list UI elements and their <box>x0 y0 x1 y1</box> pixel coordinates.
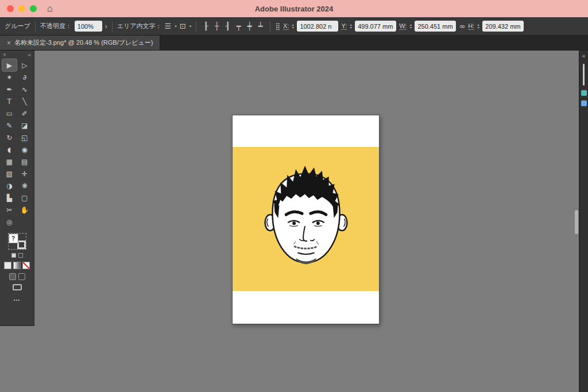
area-type-options-icon[interactable]: ☰ <box>165 22 172 30</box>
color-button[interactable] <box>4 262 11 269</box>
opacity-input[interactable] <box>75 21 102 32</box>
y-input[interactable] <box>355 21 396 32</box>
canvas-area[interactable] <box>34 51 579 392</box>
window-title: Adobe Illustrator 2024 <box>0 5 588 13</box>
align-right-icon[interactable]: ┨ <box>223 22 233 30</box>
gradient-tool[interactable]: ▨ <box>2 168 17 180</box>
chevron-down-icon[interactable]: ▾ <box>175 24 177 29</box>
align-left-icon[interactable]: ┠ <box>201 22 211 30</box>
divider <box>196 21 196 32</box>
fill-stroke-proxy[interactable]: ? <box>9 234 26 249</box>
reference-point-grid-icon[interactable]: ⣿ <box>275 22 280 30</box>
x-label[interactable]: X: <box>283 22 289 30</box>
scale-tool[interactable]: ◱ <box>17 131 32 143</box>
align-icon-group: ┠┼┨┯┿┷ <box>201 22 265 30</box>
curvature-tool[interactable]: ∿ <box>17 83 32 95</box>
more-tools-button[interactable]: … <box>13 294 21 302</box>
shape-builder-tool[interactable]: ◉ <box>17 143 32 156</box>
draw-normal-button[interactable] <box>9 273 16 280</box>
left-pupil <box>292 222 296 225</box>
none-button[interactable] <box>22 262 30 269</box>
divider <box>270 21 270 32</box>
link-dimensions-icon[interactable]: ∞ <box>459 22 465 30</box>
screen-mode-button[interactable] <box>13 284 22 290</box>
y-stepper[interactable]: ▴▾ <box>350 24 351 29</box>
y-label[interactable]: Y: <box>341 22 347 30</box>
column-graph-tool[interactable]: ▙ <box>2 192 17 204</box>
width-tool[interactable]: ◖ <box>2 143 17 156</box>
eraser-tool[interactable]: ◪ <box>17 119 32 131</box>
tab-title: 名称未設定-3.png* @ 20.48 % (RGB/プレビュー) <box>14 38 153 47</box>
default-fill-stroke-icon[interactable] <box>11 253 16 258</box>
zoom-tool[interactable]: ◎ <box>2 216 17 228</box>
drawing-mode-row <box>9 273 25 280</box>
area-type-label: エリア内文字： <box>117 22 162 30</box>
x-stepper[interactable]: ▴▾ <box>292 24 293 29</box>
pen-tool[interactable]: ✒ <box>2 83 17 95</box>
toolbar-close-icon[interactable]: × <box>3 52 6 58</box>
dock-panel-icon-2[interactable] <box>581 100 587 106</box>
blend-tool[interactable]: ◑ <box>2 180 17 192</box>
minimize-window-button[interactable] <box>18 5 25 12</box>
right-pupil <box>316 222 320 225</box>
document-tab[interactable]: × 名称未設定-3.png* @ 20.48 % (RGB/プレビュー) <box>0 36 160 50</box>
fill-swatch[interactable]: ? <box>9 234 18 243</box>
artboard-tool[interactable]: ▢ <box>17 192 32 204</box>
selection-type-label: グループ <box>5 22 30 30</box>
x-input[interactable] <box>297 21 338 32</box>
close-window-button[interactable] <box>7 5 14 12</box>
dock-panel-icon-1[interactable] <box>581 90 587 96</box>
slice-tool[interactable]: ✂ <box>2 204 17 216</box>
lasso-tool[interactable]: ∂ <box>17 71 32 83</box>
toolbar-header: × « <box>0 51 34 59</box>
pencil-tool[interactable]: ✎ <box>2 119 17 131</box>
width-stepper[interactable]: ▴▾ <box>409 24 411 29</box>
toolbar-panel: × « ▶▷✶∂✒∿T╲▭✐✎◪↻◱◖◉▦▤▨✛◑❋▙▢✂✋◎ ? … <box>0 51 34 326</box>
eyedropper-tool[interactable]: ✛ <box>17 168 32 180</box>
mesh-tool[interactable]: ▤ <box>17 156 32 168</box>
macos-titlebar: ⌂ Adobe Illustrator 2024 <box>0 0 588 17</box>
chevron-down-icon[interactable]: ▾ <box>189 24 192 29</box>
scrollbar-thumb[interactable] <box>575 210 578 234</box>
width-input[interactable] <box>415 21 456 32</box>
selection-tool[interactable]: ▶ <box>2 59 17 71</box>
stroke-swatch[interactable] <box>17 240 26 249</box>
line-segment-tool[interactable]: ╲ <box>17 95 32 107</box>
align-bottom-icon[interactable]: ┷ <box>256 22 265 30</box>
height-stepper[interactable]: ▴▾ <box>477 24 479 29</box>
height-label[interactable]: H: <box>468 22 474 30</box>
height-input[interactable] <box>482 21 524 32</box>
hand-tool[interactable]: ✋ <box>17 204 32 216</box>
symbol-sprayer-tool[interactable]: ❋ <box>17 180 32 192</box>
align-top-icon[interactable]: ┯ <box>234 22 243 30</box>
direct-selection-tool[interactable]: ▷ <box>17 59 32 71</box>
control-bar: グループ 不透明度： › エリア内文字： ☰ ▾ ⊡ ▾ ┠┼┨┯┿┷ ⣿ X:… <box>0 17 588 36</box>
toolbar-collapse-icon[interactable]: « <box>28 52 31 58</box>
color-type-row <box>4 262 30 269</box>
tab-close-icon[interactable]: × <box>7 39 11 47</box>
type-tool[interactable]: T <box>2 95 17 107</box>
rotate-tool[interactable]: ↻ <box>2 131 17 143</box>
divider <box>35 21 36 32</box>
swap-default-swatches <box>11 253 23 258</box>
paintbrush-tool[interactable]: ✐ <box>17 107 32 119</box>
perspective-grid-tool[interactable]: ▦ <box>2 156 17 168</box>
divider <box>112 21 113 32</box>
text-flow-icon[interactable]: ⊡ <box>180 22 186 30</box>
align-center-icon[interactable]: ┼ <box>212 22 222 30</box>
home-icon[interactable]: ⌂ <box>47 4 53 13</box>
opacity-label: 不透明度： <box>40 22 72 30</box>
zoom-window-button[interactable] <box>30 5 37 12</box>
opacity-dropdown-icon[interactable]: › <box>105 22 107 30</box>
swap-fill-stroke-icon[interactable] <box>18 253 23 258</box>
draw-behind-button[interactable] <box>18 273 25 280</box>
dock-collapse-icon[interactable]: « <box>582 53 586 59</box>
magic-wand-tool[interactable]: ✶ <box>2 71 17 83</box>
rectangle-tool[interactable]: ▭ <box>2 107 17 119</box>
canvas-vertical-scrollbar[interactable] <box>574 51 579 392</box>
align-middle-icon[interactable]: ┿ <box>245 22 254 30</box>
gradient-button[interactable] <box>13 262 21 269</box>
width-label[interactable]: W: <box>399 22 407 30</box>
artboard[interactable] <box>232 115 380 324</box>
dock-scrollbar-thumb[interactable] <box>583 64 585 86</box>
